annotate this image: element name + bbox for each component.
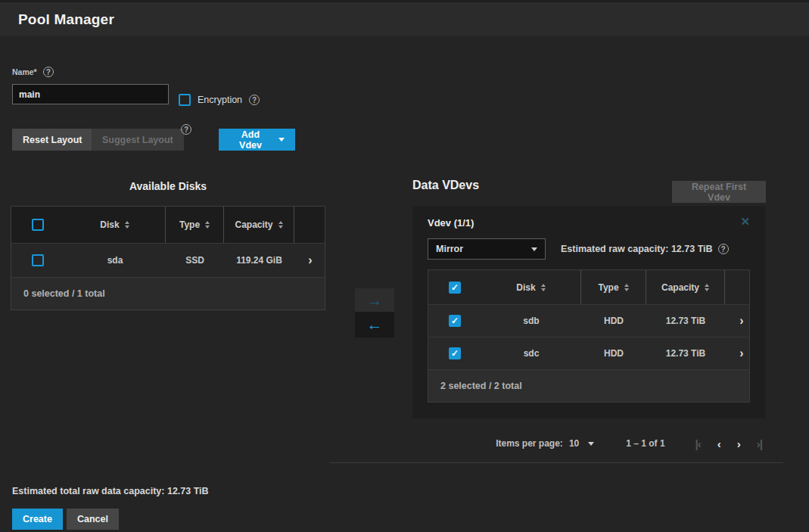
chevron-down-icon bbox=[531, 247, 537, 251]
name-input[interactable] bbox=[12, 84, 169, 104]
encryption-row: ✓ Encryption ? bbox=[179, 90, 260, 110]
column-header-capacity[interactable]: Capacity bbox=[224, 207, 294, 243]
table-row: ✓ sda SSD 119.24 GiB › bbox=[11, 243, 325, 277]
move-right-button[interactable]: → bbox=[355, 288, 394, 312]
sort-icon bbox=[541, 284, 546, 291]
vdev-layout-value: Mirror bbox=[436, 244, 463, 254]
cancel-button[interactable]: Cancel bbox=[67, 509, 119, 530]
arrow-left-icon: ← bbox=[367, 316, 383, 334]
items-per-page-dropdown[interactable] bbox=[588, 442, 594, 446]
row-select-cell: ✓ bbox=[428, 305, 481, 337]
sort-icon bbox=[278, 221, 283, 229]
add-vdev-button[interactable]: Add Vdev bbox=[219, 129, 295, 151]
column-header-disk-label: Disk bbox=[100, 219, 119, 230]
previous-page-icon[interactable]: ‹ bbox=[717, 437, 720, 450]
vdev-title: Vdev (1/1) bbox=[428, 217, 474, 229]
checkmark-icon: ✓ bbox=[451, 316, 459, 325]
select-all-cell: ✓ bbox=[428, 270, 481, 304]
row-checkbox[interactable]: ✓ bbox=[32, 254, 44, 266]
move-left-button[interactable]: ← bbox=[355, 312, 394, 338]
sort-icon bbox=[125, 221, 129, 229]
expand-column-header bbox=[725, 270, 758, 304]
repeat-first-vdev-button[interactable]: Repeat First Vdev bbox=[672, 181, 766, 203]
checkmark-icon: ✓ bbox=[451, 283, 459, 292]
page-header: Pool Manager bbox=[0, 0, 809, 36]
column-header-type-label: Type bbox=[598, 282, 618, 293]
type-cell: HDD bbox=[581, 305, 646, 337]
column-header-capacity[interactable]: Capacity bbox=[646, 270, 725, 304]
table-row: ✓ sdc HDD 12.73 TiB › bbox=[428, 337, 749, 369]
vdev-disks-table: ✓ Disk Type Capacity bbox=[428, 269, 750, 403]
chevron-right-icon[interactable]: › bbox=[308, 254, 312, 266]
column-header-disk[interactable]: Disk bbox=[64, 207, 166, 243]
type-cell: SSD bbox=[166, 244, 224, 277]
row-checkbox[interactable]: ✓ bbox=[449, 347, 461, 359]
capacity-cell: 119.24 GiB bbox=[224, 244, 294, 277]
add-vdev-label: Add Vdev bbox=[229, 129, 272, 151]
encryption-checkbox[interactable]: ✓ bbox=[179, 94, 191, 106]
paginator: Items per page: 10 1 – 1 of 1 |‹ ‹ › ›| bbox=[329, 429, 783, 458]
column-header-capacity-label: Capacity bbox=[235, 219, 272, 230]
column-header-disk-label: Disk bbox=[516, 282, 535, 293]
help-icon[interactable]: ? bbox=[718, 244, 729, 254]
help-icon[interactable]: ? bbox=[249, 95, 260, 105]
capacity-cell: 12.73 TiB bbox=[646, 338, 725, 369]
suggest-layout-button[interactable]: Suggest Layout bbox=[92, 129, 184, 151]
capacity-cell: 12.73 TiB bbox=[646, 305, 725, 337]
chevron-right-icon[interactable]: › bbox=[739, 347, 743, 359]
disk-cell: sda bbox=[64, 244, 166, 277]
selection-summary: 0 selected / 1 total bbox=[11, 277, 325, 310]
checkmark-icon: ✓ bbox=[451, 349, 459, 358]
items-per-page-label: Items per page: bbox=[496, 438, 563, 449]
available-disks-table-header: ✓ Disk Type Capacity bbox=[11, 207, 325, 243]
next-page-icon[interactable]: › bbox=[737, 437, 740, 450]
available-disks-title: Available Disks bbox=[11, 180, 325, 192]
select-all-checkbox[interactable]: ✓ bbox=[32, 219, 44, 231]
table-row: ✓ sdb HDD 12.73 TiB › bbox=[428, 304, 749, 337]
vdev-panel: Vdev (1/1) ✕ Mirror Estimated raw capaci… bbox=[412, 206, 765, 418]
type-cell: HDD bbox=[581, 338, 646, 369]
help-icon[interactable]: ? bbox=[181, 124, 191, 135]
disk-cell: sdc bbox=[481, 338, 581, 369]
sort-icon bbox=[205, 221, 210, 229]
sort-icon bbox=[705, 284, 709, 291]
expand-column-header bbox=[294, 207, 326, 243]
column-header-type-label: Type bbox=[179, 219, 200, 230]
chevron-right-icon[interactable]: › bbox=[739, 315, 743, 327]
last-page-icon[interactable]: ›| bbox=[757, 437, 762, 450]
column-header-type[interactable]: Type bbox=[166, 207, 224, 243]
help-icon[interactable]: ? bbox=[43, 67, 54, 77]
name-field-label-row: Name* ? bbox=[12, 67, 54, 77]
available-disks-table: ✓ Disk Type Capacity ✓ sd bbox=[11, 206, 325, 310]
section-divider bbox=[329, 462, 783, 463]
row-select-cell: ✓ bbox=[428, 338, 481, 369]
sort-icon bbox=[624, 284, 629, 291]
chevron-down-icon bbox=[278, 138, 285, 142]
encryption-label: Encryption bbox=[198, 95, 242, 105]
close-icon[interactable]: ✕ bbox=[740, 215, 750, 229]
estimated-raw-capacity: Estimated raw capacity: 12.73 TiB bbox=[561, 244, 713, 254]
column-header-type[interactable]: Type bbox=[581, 270, 646, 304]
items-per-page-value: 10 bbox=[569, 438, 579, 449]
total-capacity-summary: Estimated total raw data capacity: 12.73… bbox=[12, 486, 209, 496]
vdev-table-header: ✓ Disk Type Capacity bbox=[428, 270, 749, 304]
data-vdevs-title: Data VDevs bbox=[412, 179, 479, 192]
arrow-right-icon: → bbox=[367, 291, 383, 310]
select-all-cell: ✓ bbox=[11, 207, 64, 243]
row-checkbox[interactable]: ✓ bbox=[449, 315, 461, 327]
reset-layout-button[interactable]: Reset Layout bbox=[12, 129, 93, 151]
column-header-capacity-label: Capacity bbox=[661, 282, 699, 293]
page-title: Pool Manager bbox=[18, 11, 114, 28]
pool-manager-page: Pool Manager Name* ? ✓ Encryption ? Rese… bbox=[0, 0, 809, 532]
select-all-checkbox[interactable]: ✓ bbox=[449, 282, 461, 294]
create-button[interactable]: Create bbox=[12, 509, 63, 530]
row-select-cell: ✓ bbox=[11, 244, 64, 277]
disk-cell: sdb bbox=[481, 305, 581, 337]
page-range-label: 1 – 1 of 1 bbox=[626, 438, 664, 449]
selection-summary: 2 selected / 2 total bbox=[428, 369, 749, 402]
estimated-raw-capacity-row: Estimated raw capacity: 12.73 TiB ? bbox=[561, 244, 729, 254]
vdev-layout-select[interactable]: Mirror bbox=[428, 238, 546, 260]
first-page-icon[interactable]: |‹ bbox=[695, 437, 701, 450]
name-label: Name* bbox=[12, 67, 37, 76]
column-header-disk[interactable]: Disk bbox=[481, 270, 581, 304]
